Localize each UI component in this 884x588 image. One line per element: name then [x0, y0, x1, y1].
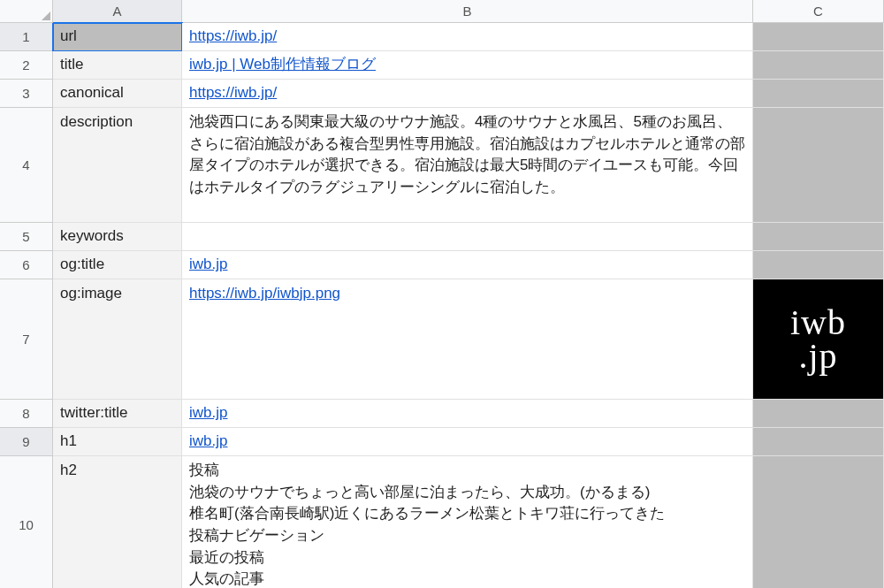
cell-B1[interactable]: https://iwb.jp/	[182, 23, 753, 51]
row-header-4[interactable]: 4	[0, 108, 53, 223]
cell-B3[interactable]: https://iwb.jp/	[182, 80, 753, 108]
row-header-8[interactable]: 8	[0, 400, 53, 428]
row-header-9[interactable]: 9	[0, 428, 53, 456]
row-header-7[interactable]: 7	[0, 279, 53, 400]
cell-A7[interactable]: og:image	[53, 279, 182, 400]
cell-A5[interactable]: keywords	[53, 223, 182, 251]
cell-A4[interactable]: description	[53, 108, 182, 223]
cell-A9[interactable]: h1	[53, 428, 182, 456]
cell-C3[interactable]	[753, 80, 884, 108]
cell-C9[interactable]	[753, 428, 884, 456]
link-B8[interactable]: iwb.jp	[189, 402, 227, 424]
row-header-10[interactable]: 10	[0, 456, 53, 588]
column-header-A[interactable]: A	[53, 0, 182, 23]
row-header-1[interactable]: 1	[0, 23, 53, 51]
cell-B4[interactable]: 池袋西口にある関東最大級のサウナ施設。4種のサウナと水風呂、5種のお風呂、さらに…	[182, 108, 753, 223]
cell-C6[interactable]	[753, 251, 884, 279]
cell-A1[interactable]: url	[53, 23, 182, 51]
cell-C8[interactable]	[753, 400, 884, 428]
cell-C5[interactable]	[753, 223, 884, 251]
link-B1[interactable]: https://iwb.jp/	[189, 26, 277, 48]
cell-C7[interactable]: iwb.jp	[753, 279, 884, 400]
column-header-C[interactable]: C	[753, 0, 884, 23]
cell-A2[interactable]: title	[53, 51, 182, 80]
cell-C1[interactable]	[753, 23, 884, 51]
row-header-3[interactable]: 3	[0, 80, 53, 108]
row-header-2[interactable]: 2	[0, 51, 53, 80]
select-all-corner[interactable]	[0, 0, 53, 23]
link-B2[interactable]: iwb.jp | Web制作情報ブログ	[189, 54, 376, 76]
cell-A6[interactable]: og:title	[53, 251, 182, 279]
cell-A3[interactable]: canonical	[53, 80, 182, 108]
cell-B9[interactable]: iwb.jp	[182, 428, 753, 456]
cell-C10[interactable]	[753, 456, 884, 588]
cell-C2[interactable]	[753, 51, 884, 80]
cell-B6[interactable]: iwb.jp	[182, 251, 753, 279]
row-header-6[interactable]: 6	[0, 251, 53, 279]
text-B10: 投稿 池袋のサウナでちょっと高い部屋に泊まったら、大成功。(かるまる) 椎名町(…	[189, 460, 665, 588]
cell-B2[interactable]: iwb.jp | Web制作情報ブログ	[182, 51, 753, 80]
cell-A8[interactable]: twitter:title	[53, 400, 182, 428]
cell-B5[interactable]	[182, 223, 753, 251]
cell-B10[interactable]: 投稿 池袋のサウナでちょっと高い部屋に泊まったら、大成功。(かるまる) 椎名町(…	[182, 456, 753, 588]
cell-A10[interactable]: h2	[53, 456, 182, 588]
link-B3[interactable]: https://iwb.jp/	[189, 82, 277, 104]
link-B6[interactable]: iwb.jp	[189, 254, 227, 276]
cell-C4[interactable]	[753, 108, 884, 223]
link-B7[interactable]: https://iwb.jp/iwbjp.png	[189, 283, 340, 305]
text-B4: 池袋西口にある関東最大級のサウナ施設。4種のサウナと水風呂、5種のお風呂、さらに…	[189, 111, 745, 199]
row-header-5[interactable]: 5	[0, 223, 53, 251]
cell-B8[interactable]: iwb.jp	[182, 400, 753, 428]
spreadsheet-grid: ABC1urlhttps://iwb.jp/2titleiwb.jp | Web…	[0, 0, 884, 588]
og-image-logo: iwb.jp	[790, 306, 846, 373]
cell-B7[interactable]: https://iwb.jp/iwbjp.png	[182, 279, 753, 400]
link-B9[interactable]: iwb.jp	[189, 431, 227, 453]
column-header-B[interactable]: B	[182, 0, 753, 23]
